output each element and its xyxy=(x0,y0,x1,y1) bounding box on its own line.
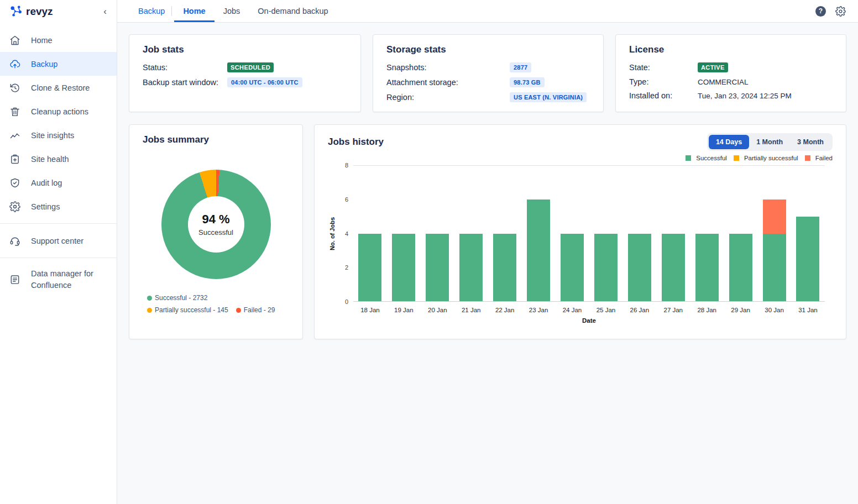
y-axis-title-col: No. of Jobs xyxy=(328,165,337,302)
card-title: Jobs summary xyxy=(129,134,302,145)
stat-row: Backup start window: 04:00 UTC - 06:00 U… xyxy=(143,77,347,87)
x-tick-label: 24 Jan xyxy=(556,307,589,313)
x-tick-label: 23 Jan xyxy=(522,307,556,313)
summary-legend-dot xyxy=(147,308,152,313)
range-14-days-button[interactable]: 14 Days xyxy=(709,135,749,149)
bar-segment xyxy=(493,234,516,302)
sidebar-nav: Home Backup Clone & Restore Cleanup acti… xyxy=(0,28,117,296)
sidebar-item-support-center[interactable]: Support center xyxy=(0,229,117,253)
bar-segment xyxy=(763,200,786,233)
bar-26-jan xyxy=(622,166,656,301)
tab-on-demand-backup[interactable]: On-demand backup xyxy=(249,0,337,22)
topbar-actions: ? xyxy=(815,6,846,17)
jobs-history-card: Jobs history 14 Days 1 Month 3 Month Suc… xyxy=(314,124,846,339)
summary-legend-dot xyxy=(236,308,241,313)
stat-row: Region: US EAST (N. VIRGINIA) xyxy=(386,92,590,102)
trash-icon xyxy=(9,106,20,117)
bar-segment xyxy=(695,234,719,302)
sidebar-item-label: Cleanup actions xyxy=(31,107,88,116)
range-3-month-button[interactable]: 3 Month xyxy=(790,135,831,149)
tab-jobs[interactable]: Jobs xyxy=(214,0,249,22)
job-stats-card: Job stats Status: SCHEDULED Backup start… xyxy=(129,34,361,112)
sidebar-item-cleanup-actions[interactable]: Cleanup actions xyxy=(0,99,117,123)
clone-restore-icon xyxy=(9,82,20,93)
main-area: Backup Home Jobs On-demand backup ? Job … xyxy=(117,0,858,504)
sidebar-item-settings[interactable]: Settings xyxy=(0,195,117,218)
installed-on-value: Tue, Jan 23, 2024 12:25 PM xyxy=(698,92,792,100)
donut-hole: 94 % Successful xyxy=(188,196,244,253)
x-tick-label: 27 Jan xyxy=(656,307,690,313)
bar-22-jan xyxy=(488,166,522,301)
jobs-summary-card: Jobs summary 94 % Successful Successf xyxy=(129,124,303,339)
y-tick-label: 6 xyxy=(345,196,348,203)
x-tick-label: 31 Jan xyxy=(791,307,825,313)
stat-label: Installed on: xyxy=(629,91,698,100)
stat-row: State: ACTIVE xyxy=(629,62,833,72)
stat-label: State: xyxy=(629,63,698,72)
collapse-sidebar-chevron-icon[interactable]: ‹ xyxy=(99,5,111,18)
bar-18-jan xyxy=(353,166,387,301)
license-card: License State: ACTIVE Type: COMMERCIAL I… xyxy=(615,34,846,112)
attachment-storage-badge: 98.73 GB xyxy=(510,77,545,87)
bar-27-jan xyxy=(656,166,690,301)
bar-segment xyxy=(628,234,651,302)
dashboard-content: Job stats Status: SCHEDULED Backup start… xyxy=(117,23,858,351)
x-axis-labels: 18 Jan19 Jan20 Jan21 Jan22 Jan23 Jan24 J… xyxy=(353,307,825,313)
x-tick-label: 25 Jan xyxy=(589,307,622,313)
stat-row: Snapshots: 2877 xyxy=(386,62,590,72)
sidebar-item-home[interactable]: Home xyxy=(0,28,117,52)
bar-segment xyxy=(662,234,685,302)
breadcrumb-backup[interactable]: Backup xyxy=(138,7,165,15)
sidebar-item-label: Support center xyxy=(31,237,83,245)
sidebar-item-clone-restore[interactable]: Clone & Restore xyxy=(0,76,117,99)
bar-24-jan xyxy=(556,166,589,301)
sidebar-item-site-insights[interactable]: Site insights xyxy=(0,123,117,147)
y-tick-label: 0 xyxy=(345,298,348,305)
bar-segment xyxy=(796,217,819,301)
range-1-month-button[interactable]: 1 Month xyxy=(749,135,790,149)
tab-home[interactable]: Home xyxy=(174,0,214,22)
bar-21-jan xyxy=(454,166,488,301)
bar-segment xyxy=(729,234,752,302)
storage-stats-card: Storage stats Snapshots: 2877 Attachment… xyxy=(373,34,604,112)
legend-item-failed: Failed xyxy=(805,155,833,161)
y-axis: 02468 xyxy=(337,165,353,302)
sidebar-item-label: Audit log xyxy=(31,179,62,187)
range-toggle-group: 14 Days 1 Month 3 Month xyxy=(707,133,833,151)
legend-label: Successful xyxy=(696,155,727,161)
y-tick-label: 2 xyxy=(345,264,348,271)
summary-legend-dot xyxy=(147,296,152,301)
legend-label: Partially successful xyxy=(744,155,798,161)
logo-row: revyz ‹ xyxy=(0,0,117,23)
sidebar-item-site-health[interactable]: Site health xyxy=(0,147,117,171)
jobs-summary-donut: 94 % Successful xyxy=(161,170,271,279)
settings-gear-icon[interactable] xyxy=(835,6,846,17)
app-root: revyz ‹ Home Backup Clone & Re xyxy=(0,0,858,504)
sidebar-item-backup[interactable]: Backup xyxy=(0,52,117,76)
help-icon[interactable]: ? xyxy=(815,6,826,17)
backup-icon xyxy=(9,59,20,70)
license-state-badge: ACTIVE xyxy=(698,62,728,72)
sidebar-item-data-manager[interactable]: Data manager for Confluence xyxy=(0,263,117,296)
bar-segment xyxy=(594,234,618,302)
x-axis-title: Date xyxy=(353,317,825,324)
brand-logo[interactable]: revyz xyxy=(9,4,53,18)
bar-19-jan xyxy=(387,166,421,301)
x-tick-label: 19 Jan xyxy=(387,307,421,313)
x-tick-label: 29 Jan xyxy=(724,307,757,313)
bar-23-jan xyxy=(522,166,556,301)
bar-segment xyxy=(561,234,584,302)
stat-row: Attachment storage: 98.73 GB xyxy=(386,77,590,87)
insights-icon xyxy=(9,130,20,141)
region-badge: US EAST (N. VIRGINIA) xyxy=(510,92,587,102)
sidebar-item-audit-log[interactable]: Audit log xyxy=(0,171,117,195)
scheduled-badge: SCHEDULED xyxy=(227,62,274,72)
stat-label: Type: xyxy=(629,77,698,86)
sidebar-item-label: Data manager for Confluence xyxy=(31,268,97,291)
x-tick-label: 28 Jan xyxy=(690,307,724,313)
sidebar-item-label: Site health xyxy=(31,155,69,164)
stat-label: Backup start window: xyxy=(143,78,227,87)
jobs-history-legend: Successful Partially successful Failed xyxy=(328,155,833,161)
stat-label: Region: xyxy=(386,93,510,102)
bar-20-jan xyxy=(421,166,454,301)
